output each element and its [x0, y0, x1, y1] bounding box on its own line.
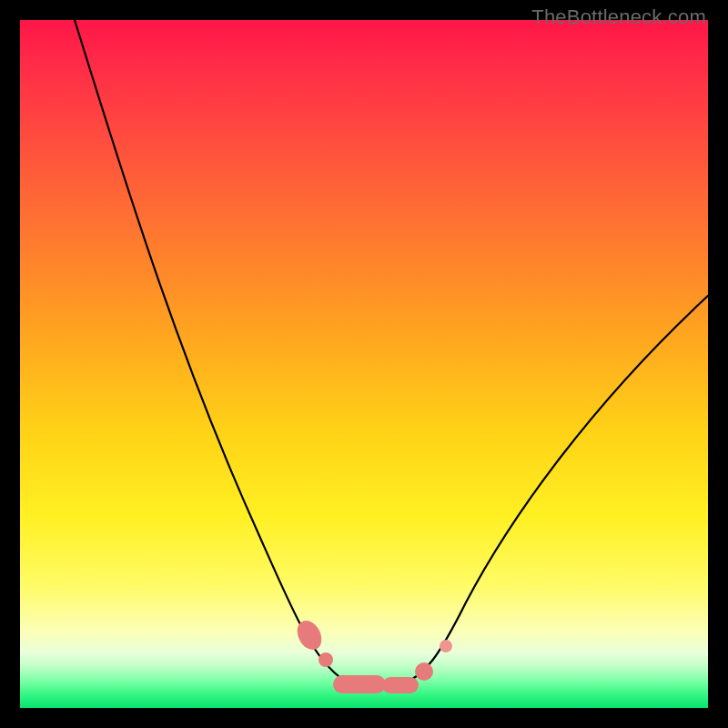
marker-pill — [382, 677, 419, 693]
marker-dot — [292, 616, 326, 653]
marker-dot — [318, 652, 333, 667]
chart-frame: TheBottleneck.com — [0, 0, 728, 728]
marker-pill — [333, 675, 386, 693]
plot-area — [20, 20, 708, 708]
marker-dot — [415, 662, 433, 681]
watermark-text: TheBottleneck.com — [531, 5, 706, 29]
curve-layer — [20, 20, 708, 708]
bottleneck-curve — [75, 20, 708, 689]
marker-dot — [440, 640, 452, 652]
